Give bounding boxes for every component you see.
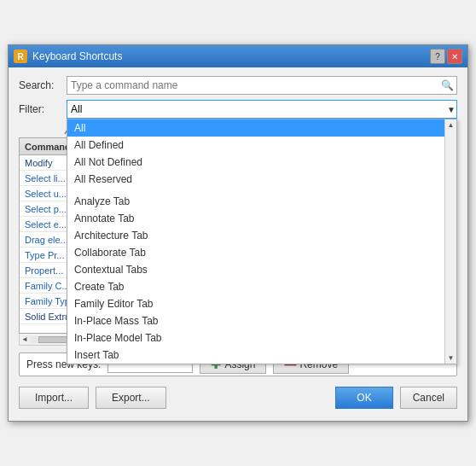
search-icon: 🔍 — [441, 79, 454, 91]
keyboard-shortcuts-dialog: R Keyboard Shortcuts ? ✕ Search: 🔍 Filte… — [8, 44, 468, 422]
dropdown-item-in-place-model-tab[interactable]: In-Place Model Tab — [67, 329, 444, 347]
close-button[interactable]: ✕ — [447, 49, 462, 64]
search-input-wrapper: 🔍 — [67, 76, 457, 95]
assignments-label-space — [19, 125, 65, 136]
footer-row: Import... Export... OK Cancel — [19, 383, 457, 412]
cancel-button[interactable]: Cancel — [400, 387, 457, 409]
filter-label: Filter: — [19, 103, 61, 115]
title-bar-controls: ? ✕ — [430, 49, 462, 64]
dropdown-item-analyze-tab[interactable]: Analyze Tab — [67, 193, 444, 210]
dropdown-item-annotate-tab[interactable]: Annotate Tab — [67, 210, 444, 227]
dropdown-item-all-defined[interactable]: All Defined — [67, 137, 444, 154]
help-button[interactable]: ? — [430, 49, 445, 64]
dialog-title: Keyboard Shortcuts — [32, 50, 122, 62]
filter-row: Filter: All ▼ All All Defined All Not De… — [19, 100, 457, 119]
filter-select-wrapper[interactable]: All ▼ All All Defined All Not Defined Al… — [67, 100, 457, 119]
search-input[interactable] — [67, 76, 457, 95]
footer-left: Import... Export... — [19, 387, 166, 409]
search-label: Search: — [19, 79, 61, 91]
footer-right: OK Cancel — [335, 387, 457, 409]
dropdown-item-collaborate-tab[interactable]: Collaborate Tab — [67, 244, 444, 261]
dropdown-scrollbar[interactable]: ▲ ▼ — [444, 119, 456, 364]
ok-button[interactable]: OK — [335, 387, 392, 409]
app-icon: R — [14, 50, 27, 63]
dropdown-item-in-place-mass-tab[interactable]: In-Place Mass Tab — [67, 312, 444, 329]
import-button[interactable]: Import... — [19, 387, 89, 409]
dropdown-item-insert-tab[interactable]: Insert Tab — [67, 347, 444, 364]
dialog-body: Search: 🔍 Filter: All ▼ All All Defined — [9, 67, 467, 421]
dropdown-item-family-editor-tab[interactable]: Family Editor Tab — [67, 295, 444, 312]
search-row: Search: 🔍 — [19, 76, 457, 95]
dropdown-item-architecture-tab[interactable]: Architecture Tab — [67, 227, 444, 244]
title-bar-left: R Keyboard Shortcuts — [14, 50, 122, 63]
dropdown-item-create-tab[interactable]: Create Tab — [67, 278, 444, 295]
filter-dropdown[interactable]: All All Defined All Not Defined All Rese… — [67, 119, 457, 364]
export-button[interactable]: Export... — [96, 387, 166, 409]
dropdown-item-all-not-defined[interactable]: All Not Defined — [67, 154, 444, 171]
title-bar: R Keyboard Shortcuts ? ✕ — [9, 45, 467, 67]
filter-value: All — [71, 103, 82, 115]
dropdown-item-all[interactable]: All — [67, 119, 444, 137]
dropdown-item-all-reserved[interactable]: All Reserved — [67, 171, 444, 188]
dropdown-item-contextual-tabs[interactable]: Contextual Tabs — [67, 261, 444, 278]
